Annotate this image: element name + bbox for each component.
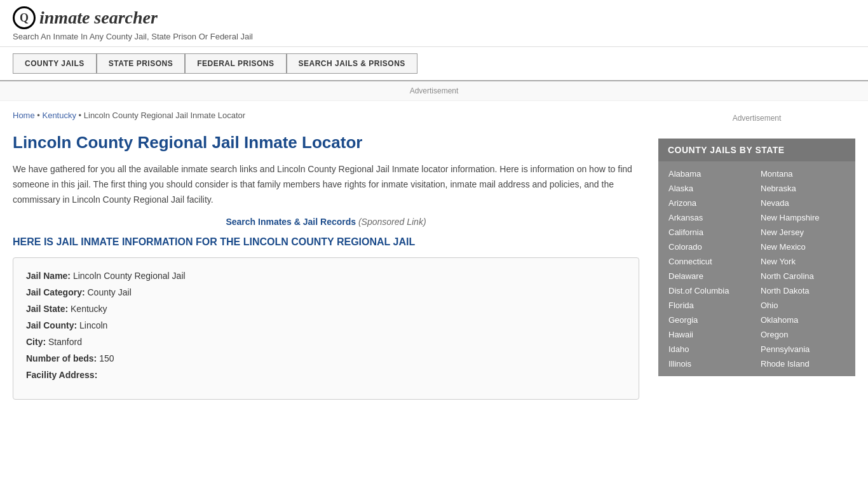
info-value-county: Lincoln — [79, 320, 107, 330]
state-alaska[interactable]: Alaska — [665, 181, 757, 196]
states-left-col: Alabama Alaska Arizona Arkansas Californ… — [665, 166, 757, 371]
info-label-county: Jail County: — [26, 320, 77, 330]
state-montana[interactable]: Montana — [757, 166, 849, 181]
state-new-jersey[interactable]: New Jersey — [757, 225, 849, 240]
state-nevada[interactable]: Nevada — [757, 196, 849, 210]
state-dc[interactable]: Dist.of Columbia — [665, 283, 757, 298]
info-value-state: Kentucky — [71, 304, 107, 314]
breadcrumb-home[interactable]: Home — [13, 111, 35, 120]
state-connecticut[interactable]: Connecticut — [665, 254, 757, 269]
info-card: Jail Name: Lincoln County Regional Jail … — [13, 257, 639, 400]
logo-icon: Q — [13, 6, 36, 29]
state-pennsylvania[interactable]: Pennsylvania — [757, 342, 849, 356]
breadcrumb: Home • Kentucky • Lincoln County Regiona… — [13, 101, 639, 126]
state-oregon[interactable]: Oregon — [757, 327, 849, 342]
sponsored-label: (Sponsored Link) — [358, 217, 426, 227]
info-row-beds: Number of beds: 150 — [26, 353, 626, 363]
state-delaware[interactable]: Delaware — [665, 269, 757, 283]
state-new-hampshire[interactable]: New Hampshire — [757, 210, 849, 225]
search-inmates-link[interactable]: Search Inmates & Jail Records — [226, 217, 356, 227]
state-arizona[interactable]: Arizona — [665, 196, 757, 210]
header: Q inmate searcher Search An Inmate In An… — [0, 0, 868, 47]
content-wrapper: Home • Kentucky • Lincoln County Regiona… — [0, 101, 868, 400]
info-value-city: Stanford — [48, 337, 82, 347]
state-alabama[interactable]: Alabama — [665, 166, 757, 181]
nav-inner: COUNTY JAILS STATE PRISONS FEDERAL PRISO… — [13, 53, 855, 74]
state-colorado[interactable]: Colorado — [665, 240, 757, 254]
info-label-state: Jail State: — [26, 304, 68, 314]
info-label-address: Facility Address: — [26, 370, 97, 380]
breadcrumb-current: Lincoln County Regional Jail Inmate Loca… — [84, 111, 245, 120]
county-jails-box: COUNTY JAILS BY STATE Alabama Alaska Ari… — [658, 139, 855, 376]
info-value-category: County Jail — [87, 287, 131, 297]
info-label-name: Jail Name: — [26, 271, 71, 281]
state-arkansas[interactable]: Arkansas — [665, 210, 757, 225]
info-row-city: City: Stanford — [26, 337, 626, 347]
state-california[interactable]: California — [665, 225, 757, 240]
info-row-name: Jail Name: Lincoln County Regional Jail — [26, 271, 626, 281]
top-ad-banner: Advertisement — [0, 81, 868, 101]
state-north-dakota[interactable]: North Dakota — [757, 283, 849, 298]
info-row-county: Jail County: Lincoln — [26, 320, 626, 330]
logo-area: Q inmate searcher — [13, 6, 855, 29]
nav-federal-prisons[interactable]: FEDERAL PRISONS — [185, 53, 286, 74]
info-value-name: Lincoln County Regional Jail — [73, 271, 186, 281]
nav-state-prisons[interactable]: STATE PRISONS — [97, 53, 185, 74]
nav-search-jails[interactable]: SEARCH JAILS & PRISONS — [287, 53, 417, 74]
ad-label: Advertisement — [410, 86, 459, 95]
states-right-col: Montana Nebraska Nevada New Hampshire Ne… — [757, 166, 849, 371]
nav-bar: COUNTY JAILS STATE PRISONS FEDERAL PRISO… — [0, 47, 868, 81]
main-content: Home • Kentucky • Lincoln County Regiona… — [13, 101, 658, 400]
state-north-carolina[interactable]: North Carolina — [757, 269, 849, 283]
state-georgia[interactable]: Georgia — [665, 313, 757, 327]
info-row-category: Jail Category: County Jail — [26, 287, 626, 297]
info-row-state: Jail State: Kentucky — [26, 304, 626, 314]
state-illinois[interactable]: Illinois — [665, 356, 757, 371]
state-rhode-island[interactable]: Rhode Island — [757, 356, 849, 371]
county-jails-header: COUNTY JAILS BY STATE — [658, 139, 855, 161]
tagline: Search An Inmate In Any County Jail, Sta… — [13, 32, 855, 41]
info-label-beds: Number of beds: — [26, 353, 97, 363]
state-ohio[interactable]: Ohio — [757, 298, 849, 313]
states-grid: Alabama Alaska Arizona Arkansas Californ… — [658, 161, 855, 376]
search-link-area: Search Inmates & Jail Records (Sponsored… — [13, 217, 639, 227]
state-new-mexico[interactable]: New Mexico — [757, 240, 849, 254]
sidebar-ad-label: Advertisement — [733, 114, 782, 123]
info-row-address: Facility Address: — [26, 370, 626, 380]
description: We have gathered for you all the availab… — [13, 162, 639, 207]
state-nebraska[interactable]: Nebraska — [757, 181, 849, 196]
state-new-york[interactable]: New York — [757, 254, 849, 269]
state-oklahoma[interactable]: Oklahoma — [757, 313, 849, 327]
page-title: Lincoln County Regional Jail Inmate Loca… — [13, 133, 639, 152]
sidebar-ad: Advertisement — [658, 107, 855, 129]
sidebar: Advertisement COUNTY JAILS BY STATE Alab… — [658, 101, 855, 400]
state-idaho[interactable]: Idaho — [665, 342, 757, 356]
state-hawaii[interactable]: Hawaii — [665, 327, 757, 342]
state-florida[interactable]: Florida — [665, 298, 757, 313]
breadcrumb-state[interactable]: Kentucky — [42, 111, 76, 120]
logo-text: inmate searcher — [39, 8, 158, 28]
section-heading: HERE IS JAIL INMATE INFORMATION FOR THE … — [13, 236, 639, 248]
info-label-city: City: — [26, 337, 46, 347]
info-label-category: Jail Category: — [26, 287, 85, 297]
info-value-beds: 150 — [99, 353, 114, 363]
breadcrumb-sep2: • — [79, 111, 84, 120]
nav-county-jails[interactable]: COUNTY JAILS — [13, 53, 97, 74]
